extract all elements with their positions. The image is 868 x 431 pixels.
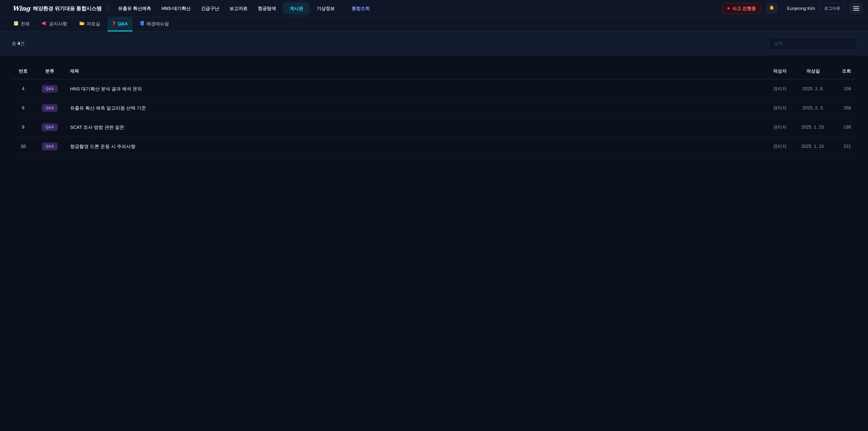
post-author: 관리자: [765, 79, 795, 98]
post-title-link[interactable]: HNS 대기확산 분석 결과 해석 문의: [66, 79, 765, 98]
logged-in-username: Eunjeong Kim: [787, 6, 815, 11]
tab-qna-active[interactable]: ? Q&A: [107, 17, 132, 31]
column-header-author: 작성자: [765, 63, 795, 79]
app-title: 해양환경 위기대응 통합시스템: [33, 5, 102, 12]
post-table: 번호 분류 제목 작성자 작성일 조회 4 Q&A HNS 대기확산 분석 결과…: [12, 63, 856, 156]
category-badge: Q&A: [42, 143, 57, 150]
board-content: 번호 분류 제목 작성자 작성일 조회 4 Q&A HNS 대기확산 분석 결과…: [0, 55, 868, 431]
category-badge: Q&A: [42, 85, 57, 93]
table-row[interactable]: 8 Q&A SCAT 조사 방법 관련 질문 관리자 2025. 1. 25. …: [12, 118, 856, 137]
column-header-category: 분류: [34, 63, 66, 79]
nav-item-board-active[interactable]: 게시판: [283, 3, 309, 14]
nav-item-reports[interactable]: 보고자료: [226, 3, 250, 14]
post-date: 2025. 1. 15.: [795, 137, 832, 156]
search-input[interactable]: [769, 37, 856, 50]
topnav-right-controls: 사고 진행중 Eunjeong Kim 로그아웃: [722, 3, 863, 14]
column-header-number: 번호: [12, 63, 34, 79]
book-icon: [140, 21, 144, 27]
brand: Wing 해양환경 위기대응 통합시스템: [12, 5, 102, 12]
board-toolbar: 총 4건: [0, 32, 868, 55]
post-number: 10: [12, 137, 34, 156]
total-count-number: 4: [18, 41, 20, 46]
main-navigation: 유출유 확산예측 HNS·대기확산 긴급구난 보고자료 항공탐색 게시판 기상정…: [115, 3, 373, 14]
nav-divider: [343, 4, 343, 13]
tab-archive[interactable]: 자료실: [74, 17, 105, 31]
red-dot-icon: [727, 7, 730, 9]
total-post-count: 총 4건: [12, 40, 25, 47]
table-header-row: 번호 분류 제목 작성자 작성일 조회: [12, 63, 856, 79]
nav-item-integrated-search[interactable]: 통합조회: [349, 3, 373, 14]
tab-all-label: 전체: [21, 21, 30, 27]
question-icon: ?: [112, 21, 116, 27]
logout-button[interactable]: 로그아웃: [819, 3, 845, 13]
tab-qna-label: Q&A: [118, 21, 128, 26]
category-badge: Q&A: [42, 123, 57, 131]
incident-status-badge[interactable]: 사고 진행중: [722, 3, 762, 14]
wing-logo: Wing: [12, 5, 30, 12]
menu-button[interactable]: [849, 3, 863, 14]
tab-coastguard-manual-label: 해경매뉴얼: [146, 21, 169, 27]
post-title-link[interactable]: 항공촬영 드론 운용 시 주의사항: [66, 137, 765, 156]
folder-icon: [79, 21, 84, 26]
post-title-link[interactable]: SCAT 조사 방법 관련 질문: [66, 118, 765, 137]
nav-item-aerial-search[interactable]: 항공탐색: [255, 3, 279, 14]
table-row[interactable]: 10 Q&A 항공촬영 드론 운용 시 주의사항 관리자 2025. 1. 15…: [12, 137, 856, 156]
tab-coastguard-manual[interactable]: 해경매뉴얼: [135, 17, 174, 31]
post-views: 221: [832, 137, 856, 156]
notification-button[interactable]: [766, 3, 778, 14]
incident-status-label: 사고 진행중: [732, 5, 756, 11]
post-author: 관리자: [765, 137, 795, 156]
column-header-title: 제목: [66, 63, 765, 79]
post-date: 2025. 2. 8.: [795, 79, 832, 98]
table-row[interactable]: 6 Q&A 유출유 확산 예측 알고리즘 선택 기준 관리자 2025. 2. …: [12, 98, 856, 118]
column-header-date: 작성일: [795, 63, 832, 79]
post-number: 4: [12, 79, 34, 98]
user-divider: [782, 5, 782, 12]
brand-divider: [108, 4, 108, 13]
hamburger-menu-icon: [853, 6, 859, 11]
post-views: 268: [832, 98, 856, 118]
table-row[interactable]: 4 Q&A HNS 대기확산 분석 결과 해석 문의 관리자 2025. 2. …: [12, 79, 856, 98]
post-views: 198: [832, 118, 856, 137]
post-views: 158: [832, 79, 856, 98]
tab-archive-label: 자료실: [87, 21, 100, 27]
top-navigation-bar: Wing 해양환경 위기대응 통합시스템 유출유 확산예측 HNS·대기확산 긴…: [0, 0, 868, 17]
post-title-link[interactable]: 유출유 확산 예측 알고리즘 선택 기준: [66, 98, 765, 118]
post-number: 8: [12, 118, 34, 137]
tab-notice[interactable]: 공지사항: [37, 17, 72, 31]
tab-all[interactable]: 전체: [9, 17, 34, 31]
bell-icon: [769, 5, 775, 12]
post-date: 2025. 2. 3.: [795, 98, 832, 118]
category-badge: Q&A: [42, 104, 57, 112]
nav-item-hns-dispersion[interactable]: HNS·대기확산: [158, 3, 193, 14]
post-author: 관리자: [765, 118, 795, 137]
megaphone-icon: [42, 21, 47, 27]
nav-item-oil-spill-prediction[interactable]: 유출유 확산예측: [115, 3, 154, 14]
column-header-views: 조회: [832, 63, 856, 79]
nav-item-weather-info[interactable]: 기상정보: [314, 3, 338, 14]
post-author: 관리자: [765, 98, 795, 118]
post-date: 2025. 1. 25.: [795, 118, 832, 137]
nav-item-emergency-rescue[interactable]: 긴급구난: [198, 3, 222, 14]
clipboard-icon: [14, 21, 18, 27]
tab-notice-label: 공지사항: [49, 21, 67, 27]
post-number: 6: [12, 98, 34, 118]
board-tab-bar: 전체 공지사항 자료실 ? Q&A: [0, 17, 868, 32]
